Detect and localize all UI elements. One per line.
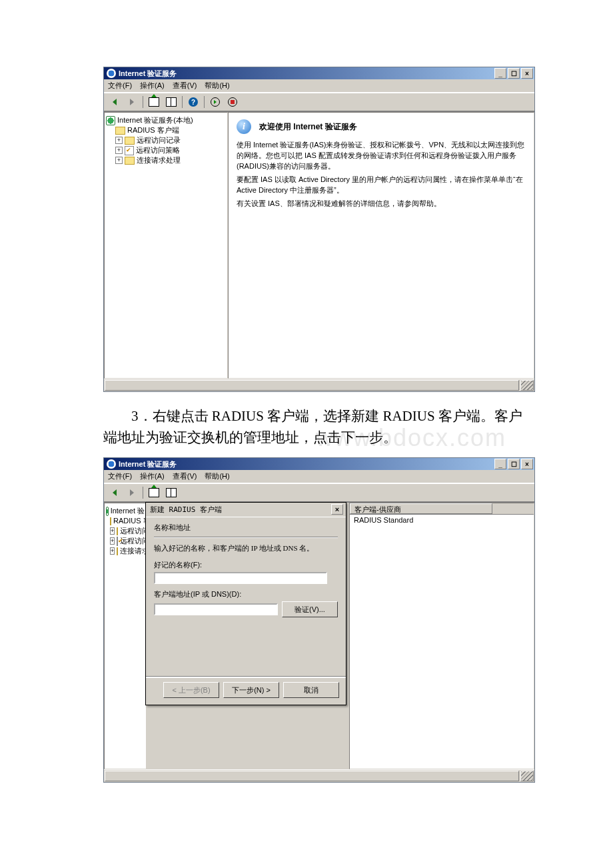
toolbar-separator <box>143 96 143 108</box>
menu-action[interactable]: 操作(A) <box>140 471 165 481</box>
welcome-title: 欢迎使用 Internet 验证服务 <box>259 121 357 132</box>
close-button[interactable]: × <box>521 459 533 469</box>
expand-icon[interactable]: + <box>115 157 123 164</box>
tree-pane: Internet 验证服务(本地) RADIUS 客户端 +远程访问记录 +远程… <box>104 112 228 379</box>
client-address-label: 客户端地址(IP 或 DNS)(D): <box>154 589 338 599</box>
list-row[interactable]: RADIUS Standard <box>350 515 534 525</box>
tree-remote-access-logging[interactable]: +远程访问记录 <box>106 135 226 145</box>
back-button: < 上一步(B) <box>163 682 219 698</box>
toolbar <box>104 483 534 502</box>
friendly-name-label: 好记的名称(F): <box>154 560 338 570</box>
folder-icon <box>117 547 118 555</box>
next-button[interactable]: 下一步(N) > <box>223 682 279 698</box>
maximize-button[interactable]: ☐ <box>508 459 520 469</box>
window-title: Internet 验证服务 <box>119 458 494 470</box>
toolbar-separator <box>143 487 143 499</box>
up-folder-icon <box>149 97 159 107</box>
expand-icon[interactable]: + <box>110 537 115 545</box>
up-folder-icon <box>149 488 159 497</box>
tree-remote-access-logging[interactable]: +远程访问 <box>106 526 145 536</box>
dialog-close-button[interactable]: × <box>331 504 343 515</box>
forward-button[interactable] <box>124 95 140 109</box>
arrow-right-icon <box>130 99 134 105</box>
expand-icon[interactable]: + <box>110 527 115 535</box>
maximize-button[interactable]: ☐ <box>508 68 520 79</box>
resize-grip[interactable] <box>520 771 534 781</box>
panes-icon <box>166 488 177 497</box>
status-cell <box>105 380 519 391</box>
forward-button[interactable] <box>124 485 140 500</box>
expand-icon[interactable]: + <box>110 547 115 555</box>
toolbar: ? <box>104 93 534 111</box>
tree-connection-request[interactable]: +连接请求处理 <box>106 155 226 165</box>
minimize-button[interactable]: _ <box>494 459 506 469</box>
menu-action[interactable]: 操作(A) <box>140 81 165 91</box>
tree-radius-clients[interactable]: RADIUS 客户端 <box>106 125 226 135</box>
help-button[interactable]: ? <box>185 95 201 109</box>
statusbar <box>104 379 534 391</box>
arrow-right-icon <box>130 489 134 496</box>
column-vendor[interactable]: 客户端-供应商 <box>350 503 492 514</box>
window-title: Internet 验证服务 <box>119 67 494 79</box>
stop-service-button[interactable] <box>225 95 241 109</box>
titlebar: Internet 验证服务 _ ☐ × <box>104 67 534 79</box>
instruction-step-3: 3．右键点击 RADIUS 客户端，选择新建 RADIUS 客户端。客户端地址为… <box>103 405 533 448</box>
statusbar <box>104 769 534 782</box>
tree-remote-access-policies[interactable]: +远程访问 <box>106 536 145 546</box>
screenshot-1: Internet 验证服务 _ ☐ × 文件(F) 操作(A) 查看(V) 帮助… <box>103 67 535 392</box>
folder-icon <box>110 517 111 525</box>
menu-help[interactable]: 帮助(H) <box>205 81 229 91</box>
client-address-input[interactable] <box>154 603 278 615</box>
policy-icon <box>125 146 134 155</box>
welcome-paragraph-1: 使用 Internet 验证服务(IAS)来身份验证、授权和记帐拨号、VPN、无… <box>237 139 526 171</box>
panes-button[interactable] <box>163 95 179 109</box>
start-service-button[interactable] <box>207 95 223 109</box>
tree-root[interactable]: Internet 验 <box>106 506 145 516</box>
menu-view[interactable]: 查看(V) <box>173 81 197 91</box>
play-icon <box>211 97 220 107</box>
titlebar: Internet 验证服务 _ ☐ × <box>104 458 534 470</box>
menubar: 文件(F) 操作(A) 查看(V) 帮助(H) <box>104 470 534 483</box>
dialog-note: 输入好记的名称，和客户端的 IP 地址或 DNS 名。 <box>154 543 338 553</box>
arrow-left-icon <box>113 99 117 105</box>
panes-button[interactable] <box>163 485 179 500</box>
tree-radius-clients[interactable]: RADIUS 客 <box>106 516 145 526</box>
minimize-button[interactable]: _ <box>494 68 506 79</box>
status-cell <box>105 771 519 781</box>
welcome-paragraph-3: 有关设置 IAS、部署情况和疑难解答的详细信息，请参阅帮助。 <box>237 198 526 209</box>
verify-button[interactable]: 验证(V)... <box>282 601 338 617</box>
tree-pane: Internet 验 RADIUS 客 +远程访问 +远程访问 +连接请求 <box>104 503 147 769</box>
back-button[interactable] <box>107 95 123 109</box>
dialog-title: 新建 RADIUS 客户端 × <box>146 503 346 517</box>
resize-grip[interactable] <box>520 380 534 391</box>
up-button[interactable] <box>146 95 162 109</box>
policy-icon <box>117 537 118 546</box>
toolbar-separator <box>182 96 183 108</box>
tree-connection-request[interactable]: +连接请求 <box>106 546 145 556</box>
back-button[interactable] <box>107 485 123 500</box>
welcome-paragraph-2: 要配置 IAS 以读取 Active Directory 里的用户帐户的远程访问… <box>237 174 526 195</box>
app-icon <box>107 459 116 469</box>
app-icon <box>107 69 116 78</box>
new-radius-client-dialog: 新建 RADIUS 客户端 × 名称和地址 输入好记的名称，和客户端的 IP 地… <box>145 502 346 705</box>
folder-icon <box>115 127 125 135</box>
dialog-heading: 名称和地址 <box>154 523 338 533</box>
ias-main-window: Internet 验证服务 _ ☐ × 文件(F) 操作(A) 查看(V) 帮助… <box>103 67 535 392</box>
menu-help[interactable]: 帮助(H) <box>205 471 229 481</box>
expand-icon[interactable]: + <box>115 137 123 144</box>
close-button[interactable]: × <box>521 68 533 79</box>
menu-file[interactable]: 文件(F) <box>108 471 132 481</box>
toolbar-separator <box>204 96 205 108</box>
arrow-left-icon <box>113 489 117 496</box>
tree-remote-access-policies[interactable]: +远程访问策略 <box>106 145 226 155</box>
help-icon: ? <box>189 97 198 107</box>
cancel-button[interactable]: 取消 <box>283 682 339 698</box>
stop-icon <box>228 97 237 107</box>
expand-icon[interactable]: + <box>115 147 123 154</box>
menubar: 文件(F) 操作(A) 查看(V) 帮助(H) <box>104 79 534 93</box>
tree-root[interactable]: Internet 验证服务(本地) <box>106 115 226 125</box>
menu-file[interactable]: 文件(F) <box>108 81 132 91</box>
menu-view[interactable]: 查看(V) <box>173 471 197 481</box>
up-button[interactable] <box>146 485 162 500</box>
friendly-name-input[interactable] <box>154 572 327 584</box>
